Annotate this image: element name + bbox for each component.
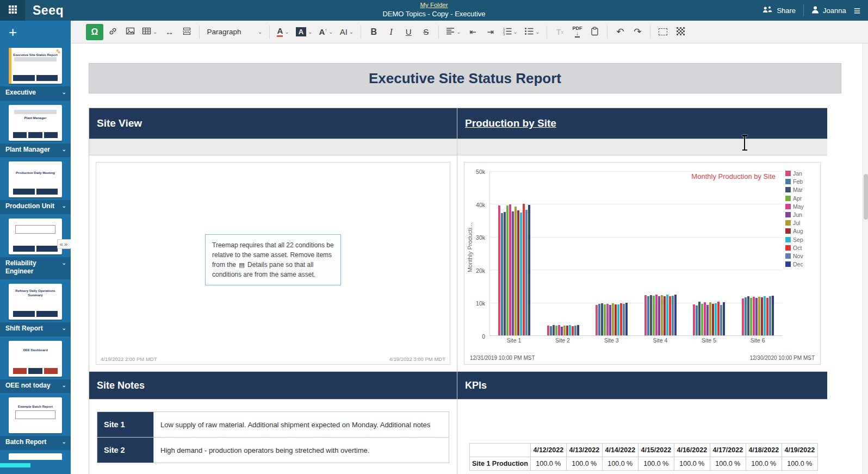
- bar-apr-site-3[interactable]: [604, 304, 606, 335]
- select-area-button[interactable]: [655, 24, 671, 40]
- sidebar-label-batch-report[interactable]: Batch Report ⌄: [0, 436, 71, 450]
- legend-item-jun[interactable]: Jun: [785, 211, 817, 218]
- sidebar-label-oee-not-today[interactable]: OEE not today ⌄: [0, 379, 71, 394]
- bar-sep-site-3[interactable]: [617, 304, 619, 335]
- legend-item-jan[interactable]: Jan: [785, 170, 817, 177]
- legend-item-oct[interactable]: Oct: [785, 245, 817, 251]
- bar-apr-site-2[interactable]: [555, 326, 557, 335]
- bar-jul-site-5[interactable]: [709, 302, 711, 335]
- kpi-value[interactable]: 100.0 %: [782, 457, 817, 471]
- bar-dec-site-6[interactable]: [772, 296, 774, 335]
- site-note-text[interactable]: Low supply of raw material. Additional s…: [154, 412, 449, 438]
- insert-image-button[interactable]: [122, 24, 138, 40]
- breadcrumb-my-folder-link[interactable]: My Folder: [382, 2, 485, 9]
- site-note-label[interactable]: Site 2: [97, 438, 154, 463]
- bar-jan-site-1[interactable]: [498, 205, 500, 335]
- bar-feb-site-3[interactable]: [598, 304, 600, 335]
- bar-oct-site-3[interactable]: [620, 303, 622, 335]
- copy-document-button[interactable]: [586, 24, 603, 40]
- share-button[interactable]: Share: [762, 5, 796, 15]
- bar-feb-site-2[interactable]: [550, 326, 552, 335]
- sidebar-item-batch-report[interactable]: Example Batch Report Batch Report ⌄: [0, 397, 71, 450]
- bar-jan-site-4[interactable]: [644, 295, 647, 335]
- legend-item-jul[interactable]: Jul: [785, 220, 817, 226]
- bar-mar-site-2[interactable]: [553, 325, 555, 335]
- worksheet-thumbnail-plant-manager[interactable]: Plant Manager: [9, 105, 62, 141]
- kpi-row-label[interactable]: Site 1 Production: [470, 457, 531, 471]
- bar-apr-site-4[interactable]: [653, 296, 655, 335]
- bar-jul-site-6[interactable]: [758, 297, 760, 335]
- bar-dec-site-4[interactable]: [674, 295, 677, 336]
- section-header-site-view[interactable]: Site View: [89, 108, 457, 139]
- bar-nov-site-4[interactable]: [672, 296, 674, 335]
- bar-aug-site-6[interactable]: [761, 297, 763, 335]
- ordered-list-dropdown[interactable]: 123 ⌄: [500, 24, 520, 40]
- kpi-value[interactable]: 100.0 %: [638, 457, 674, 471]
- sidebar-item-executive[interactable]: ✎ Executive Site Status Report Executive…: [0, 48, 71, 101]
- bar-nov-site-5[interactable]: [720, 305, 722, 335]
- sidebar-label-reliability-engineer[interactable]: Reliability Engineer ⌄: [0, 257, 71, 279]
- bar-oct-site-4[interactable]: [669, 296, 671, 335]
- bar-jun-site-6[interactable]: [755, 298, 758, 335]
- export-pdf-button[interactable]: PDF ↓: [569, 24, 585, 40]
- legend-item-may[interactable]: May: [785, 203, 817, 210]
- bar-jun-site-1[interactable]: [512, 211, 514, 335]
- kpi-value[interactable]: 100.0 %: [710, 457, 746, 471]
- italic-button[interactable]: I: [383, 24, 399, 40]
- sidebar-label-executive[interactable]: Executive ⌄: [0, 86, 71, 101]
- redo-button[interactable]: ↷: [629, 24, 646, 40]
- legend-item-sep[interactable]: Sep: [785, 236, 817, 243]
- background-pattern-button[interactable]: [672, 24, 689, 40]
- add-worksheet-button[interactable]: +: [0, 21, 71, 43]
- underline-button[interactable]: U: [400, 24, 417, 40]
- sidebar-item-oee-not-today[interactable]: OEE Dashboard OEE not today ⌄: [0, 341, 71, 394]
- bar-mar-site-3[interactable]: [601, 303, 603, 335]
- bar-aug-site-4[interactable]: [664, 296, 666, 335]
- production-by-site-link[interactable]: Production by Site: [465, 117, 556, 129]
- bar-nov-site-1[interactable]: [525, 210, 528, 335]
- bar-may-site-1[interactable]: [509, 204, 511, 335]
- section-header-production-by-site[interactable]: Production by Site: [457, 108, 827, 139]
- bar-jun-site-5[interactable]: [706, 305, 709, 335]
- outdent-button[interactable]: ⇤: [465, 24, 481, 40]
- bar-oct-site-2[interactable]: [572, 326, 574, 335]
- bar-oct-site-6[interactable]: [766, 298, 768, 335]
- bar-jan-site-6[interactable]: [742, 298, 744, 335]
- user-menu-button[interactable]: Joanna: [811, 5, 846, 15]
- worksheet-thumbnail-production-unit[interactable]: Production Daily Meeting: [9, 161, 62, 197]
- legend-item-dec[interactable]: Dec: [785, 261, 817, 267]
- bar-mar-site-5[interactable]: [698, 302, 700, 335]
- bar-jun-site-2[interactable]: [561, 327, 563, 335]
- align-dropdown[interactable]: ⌄: [443, 24, 463, 40]
- sidebar-item-shift-report[interactable]: Refinery Daily Operations Summary Shift …: [0, 284, 71, 336]
- worksheet-thumbnail-batch-report[interactable]: Example Batch Report: [9, 397, 62, 433]
- bar-aug-site-1[interactable]: [517, 210, 519, 335]
- insert-seeq-content-button[interactable]: Ω: [86, 24, 103, 40]
- bar-sep-site-4[interactable]: [666, 295, 668, 335]
- worksheet-thumbnail-reliability-engineer[interactable]: [9, 219, 62, 254]
- sidebar-collapse-control[interactable]: «»: [57, 239, 71, 249]
- sidebar-label-shift-report[interactable]: Shift Report ⌄: [0, 322, 71, 336]
- bar-oct-site-5[interactable]: [717, 302, 720, 335]
- bar-may-site-4[interactable]: [655, 295, 658, 335]
- font-size-button[interactable]: A↑⌄: [316, 24, 336, 40]
- bar-jun-site-4[interactable]: [658, 296, 660, 335]
- sidebar-item-production-unit[interactable]: Production Daily Meeting Production Unit…: [0, 161, 71, 214]
- site-view-panel[interactable]: Treemap requires that all 22 conditions …: [96, 162, 450, 365]
- vertical-scrollbar[interactable]: [863, 43, 868, 474]
- page-break-button[interactable]: [178, 24, 195, 40]
- bar-apr-site-1[interactable]: [506, 205, 509, 335]
- bar-nov-site-3[interactable]: [623, 304, 625, 335]
- bar-oct-site-1[interactable]: [523, 204, 525, 335]
- section-header-site-notes[interactable]: Site Notes: [89, 372, 457, 400]
- bar-apr-site-5[interactable]: [701, 304, 703, 335]
- report-title-banner[interactable]: Executive Site Status Report: [89, 63, 841, 93]
- bar-sep-site-5[interactable]: [715, 303, 717, 335]
- sidebar-label-production-unit[interactable]: Production Unit ⌄: [0, 200, 71, 214]
- bar-feb-site-1[interactable]: [501, 213, 503, 335]
- bar-jul-site-1[interactable]: [514, 207, 517, 335]
- bar-aug-site-2[interactable]: [566, 326, 568, 335]
- hamburger-menu-button[interactable]: ≡: [854, 5, 860, 16]
- kpi-value[interactable]: 100.0 %: [674, 457, 710, 471]
- bar-jan-site-5[interactable]: [693, 304, 695, 335]
